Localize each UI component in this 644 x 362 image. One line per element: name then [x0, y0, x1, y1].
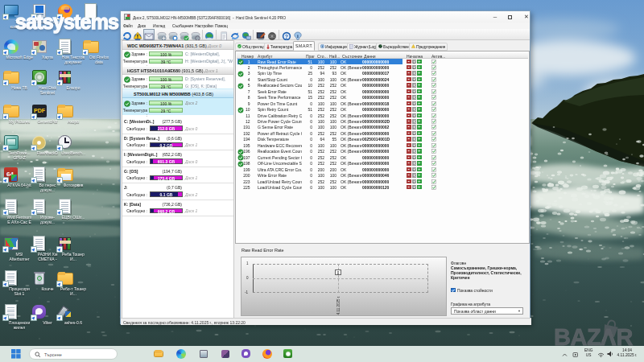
svg-text:?: ? [285, 34, 288, 39]
svg-text:i: i [297, 33, 299, 39]
